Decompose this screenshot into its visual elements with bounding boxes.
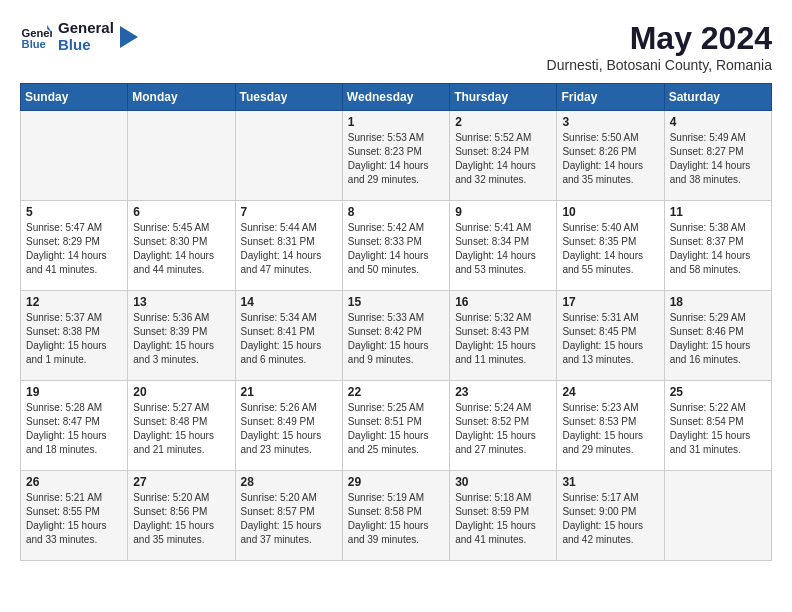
calendar-table: SundayMondayTuesdayWednesdayThursdayFrid…	[20, 83, 772, 561]
calendar-cell: 8Sunrise: 5:42 AMSunset: 8:33 PMDaylight…	[342, 201, 449, 291]
calendar-cell: 4Sunrise: 5:49 AMSunset: 8:27 PMDaylight…	[664, 111, 771, 201]
day-info: Sunrise: 5:18 AMSunset: 8:59 PMDaylight:…	[455, 491, 551, 547]
day-info: Sunrise: 5:17 AMSunset: 9:00 PMDaylight:…	[562, 491, 658, 547]
title-area: May 2024 Durnesti, Botosani County, Roma…	[547, 20, 772, 73]
logo-subtext: Blue	[58, 37, 114, 54]
weekday-header-monday: Monday	[128, 84, 235, 111]
calendar-cell	[235, 111, 342, 201]
weekday-header-friday: Friday	[557, 84, 664, 111]
day-number: 7	[241, 205, 337, 219]
day-number: 10	[562, 205, 658, 219]
calendar-cell: 23Sunrise: 5:24 AMSunset: 8:52 PMDayligh…	[450, 381, 557, 471]
day-number: 8	[348, 205, 444, 219]
calendar-cell: 24Sunrise: 5:23 AMSunset: 8:53 PMDayligh…	[557, 381, 664, 471]
day-number: 4	[670, 115, 766, 129]
logo-icon: General Blue	[20, 21, 52, 53]
svg-text:Blue: Blue	[22, 38, 46, 50]
day-info: Sunrise: 5:36 AMSunset: 8:39 PMDaylight:…	[133, 311, 229, 367]
day-info: Sunrise: 5:37 AMSunset: 8:38 PMDaylight:…	[26, 311, 122, 367]
calendar-header: SundayMondayTuesdayWednesdayThursdayFrid…	[21, 84, 772, 111]
page-header: General Blue General Blue May 2024 Durne…	[20, 20, 772, 73]
calendar-cell: 29Sunrise: 5:19 AMSunset: 8:58 PMDayligh…	[342, 471, 449, 561]
calendar-cell: 5Sunrise: 5:47 AMSunset: 8:29 PMDaylight…	[21, 201, 128, 291]
day-info: Sunrise: 5:27 AMSunset: 8:48 PMDaylight:…	[133, 401, 229, 457]
day-number: 9	[455, 205, 551, 219]
day-info: Sunrise: 5:41 AMSunset: 8:34 PMDaylight:…	[455, 221, 551, 277]
day-number: 19	[26, 385, 122, 399]
day-number: 26	[26, 475, 122, 489]
day-number: 23	[455, 385, 551, 399]
day-info: Sunrise: 5:29 AMSunset: 8:46 PMDaylight:…	[670, 311, 766, 367]
day-info: Sunrise: 5:31 AMSunset: 8:45 PMDaylight:…	[562, 311, 658, 367]
calendar-week-row: 5Sunrise: 5:47 AMSunset: 8:29 PMDaylight…	[21, 201, 772, 291]
day-number: 16	[455, 295, 551, 309]
day-info: Sunrise: 5:23 AMSunset: 8:53 PMDaylight:…	[562, 401, 658, 457]
day-info: Sunrise: 5:40 AMSunset: 8:35 PMDaylight:…	[562, 221, 658, 277]
day-number: 30	[455, 475, 551, 489]
calendar-week-row: 19Sunrise: 5:28 AMSunset: 8:47 PMDayligh…	[21, 381, 772, 471]
calendar-cell: 18Sunrise: 5:29 AMSunset: 8:46 PMDayligh…	[664, 291, 771, 381]
calendar-cell	[128, 111, 235, 201]
calendar-cell: 31Sunrise: 5:17 AMSunset: 9:00 PMDayligh…	[557, 471, 664, 561]
day-number: 17	[562, 295, 658, 309]
weekday-header-thursday: Thursday	[450, 84, 557, 111]
day-info: Sunrise: 5:47 AMSunset: 8:29 PMDaylight:…	[26, 221, 122, 277]
calendar-cell: 26Sunrise: 5:21 AMSunset: 8:55 PMDayligh…	[21, 471, 128, 561]
calendar-cell: 3Sunrise: 5:50 AMSunset: 8:26 PMDaylight…	[557, 111, 664, 201]
location: Durnesti, Botosani County, Romania	[547, 57, 772, 73]
day-info: Sunrise: 5:45 AMSunset: 8:30 PMDaylight:…	[133, 221, 229, 277]
day-number: 12	[26, 295, 122, 309]
calendar-cell: 13Sunrise: 5:36 AMSunset: 8:39 PMDayligh…	[128, 291, 235, 381]
day-number: 24	[562, 385, 658, 399]
day-info: Sunrise: 5:44 AMSunset: 8:31 PMDaylight:…	[241, 221, 337, 277]
day-info: Sunrise: 5:24 AMSunset: 8:52 PMDaylight:…	[455, 401, 551, 457]
calendar-cell: 16Sunrise: 5:32 AMSunset: 8:43 PMDayligh…	[450, 291, 557, 381]
calendar-cell	[21, 111, 128, 201]
day-info: Sunrise: 5:42 AMSunset: 8:33 PMDaylight:…	[348, 221, 444, 277]
calendar-cell: 25Sunrise: 5:22 AMSunset: 8:54 PMDayligh…	[664, 381, 771, 471]
weekday-header-saturday: Saturday	[664, 84, 771, 111]
calendar-cell: 7Sunrise: 5:44 AMSunset: 8:31 PMDaylight…	[235, 201, 342, 291]
day-info: Sunrise: 5:26 AMSunset: 8:49 PMDaylight:…	[241, 401, 337, 457]
day-number: 22	[348, 385, 444, 399]
logo-arrow-icon	[120, 26, 138, 48]
day-number: 1	[348, 115, 444, 129]
day-number: 29	[348, 475, 444, 489]
day-number: 27	[133, 475, 229, 489]
calendar-week-row: 1Sunrise: 5:53 AMSunset: 8:23 PMDaylight…	[21, 111, 772, 201]
calendar-cell: 10Sunrise: 5:40 AMSunset: 8:35 PMDayligh…	[557, 201, 664, 291]
calendar-week-row: 26Sunrise: 5:21 AMSunset: 8:55 PMDayligh…	[21, 471, 772, 561]
calendar-cell: 28Sunrise: 5:20 AMSunset: 8:57 PMDayligh…	[235, 471, 342, 561]
day-info: Sunrise: 5:49 AMSunset: 8:27 PMDaylight:…	[670, 131, 766, 187]
day-number: 14	[241, 295, 337, 309]
day-info: Sunrise: 5:38 AMSunset: 8:37 PMDaylight:…	[670, 221, 766, 277]
day-info: Sunrise: 5:19 AMSunset: 8:58 PMDaylight:…	[348, 491, 444, 547]
logo: General Blue General Blue	[20, 20, 138, 53]
calendar-cell	[664, 471, 771, 561]
calendar-cell: 17Sunrise: 5:31 AMSunset: 8:45 PMDayligh…	[557, 291, 664, 381]
day-info: Sunrise: 5:22 AMSunset: 8:54 PMDaylight:…	[670, 401, 766, 457]
day-info: Sunrise: 5:52 AMSunset: 8:24 PMDaylight:…	[455, 131, 551, 187]
calendar-cell: 12Sunrise: 5:37 AMSunset: 8:38 PMDayligh…	[21, 291, 128, 381]
weekday-header-sunday: Sunday	[21, 84, 128, 111]
day-number: 18	[670, 295, 766, 309]
calendar-cell: 20Sunrise: 5:27 AMSunset: 8:48 PMDayligh…	[128, 381, 235, 471]
day-number: 2	[455, 115, 551, 129]
weekday-header-row: SundayMondayTuesdayWednesdayThursdayFrid…	[21, 84, 772, 111]
calendar-cell: 11Sunrise: 5:38 AMSunset: 8:37 PMDayligh…	[664, 201, 771, 291]
day-info: Sunrise: 5:25 AMSunset: 8:51 PMDaylight:…	[348, 401, 444, 457]
day-number: 11	[670, 205, 766, 219]
calendar-body: 1Sunrise: 5:53 AMSunset: 8:23 PMDaylight…	[21, 111, 772, 561]
day-number: 15	[348, 295, 444, 309]
calendar-week-row: 12Sunrise: 5:37 AMSunset: 8:38 PMDayligh…	[21, 291, 772, 381]
day-number: 25	[670, 385, 766, 399]
day-info: Sunrise: 5:32 AMSunset: 8:43 PMDaylight:…	[455, 311, 551, 367]
day-info: Sunrise: 5:21 AMSunset: 8:55 PMDaylight:…	[26, 491, 122, 547]
calendar-cell: 14Sunrise: 5:34 AMSunset: 8:41 PMDayligh…	[235, 291, 342, 381]
logo-text: General	[58, 20, 114, 37]
svg-marker-3	[120, 26, 138, 48]
day-info: Sunrise: 5:20 AMSunset: 8:56 PMDaylight:…	[133, 491, 229, 547]
calendar-cell: 21Sunrise: 5:26 AMSunset: 8:49 PMDayligh…	[235, 381, 342, 471]
calendar-cell: 22Sunrise: 5:25 AMSunset: 8:51 PMDayligh…	[342, 381, 449, 471]
day-info: Sunrise: 5:20 AMSunset: 8:57 PMDaylight:…	[241, 491, 337, 547]
